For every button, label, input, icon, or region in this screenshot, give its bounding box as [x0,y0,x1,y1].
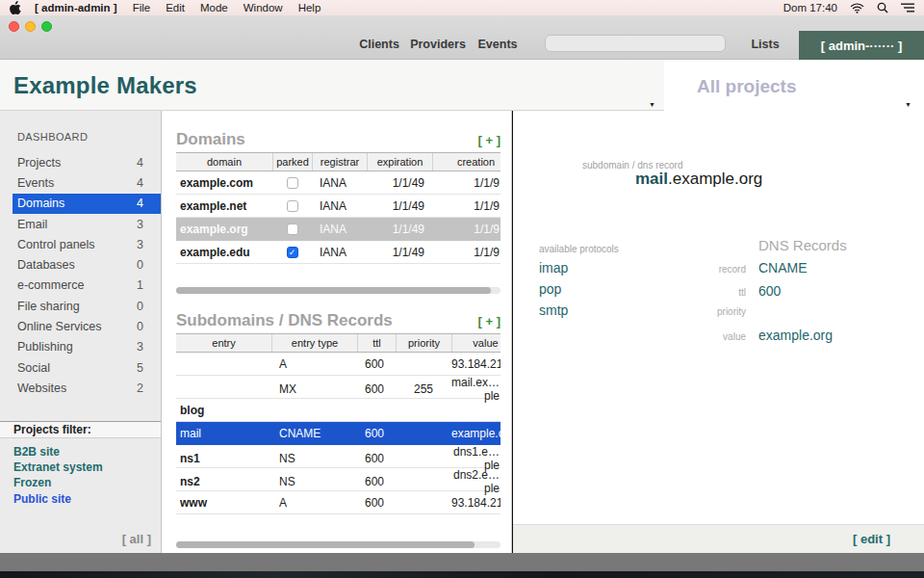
sidebar-item-count: 4 [137,176,143,190]
entry-type-cell: NS [271,475,357,488]
parked-checkbox[interactable] [287,223,298,235]
lists-button[interactable]: Lists [751,38,779,51]
project-selector-arrow[interactable]: ▼ [905,101,911,108]
col-value[interactable]: value [451,334,500,352]
domain-row[interactable]: example.com IANA 1/1/49 1/1/9 [176,171,500,195]
value-cell: mail.ex…ple [451,376,500,403]
menu-file[interactable]: File [133,2,151,13]
domain-row[interactable]: example.org IANA 1/1/49 1/1/9 [176,218,500,241]
scrollbar-thumb[interactable] [176,541,475,548]
col-creation[interactable]: creation [432,153,500,171]
app-menu[interactable]: [ admin-admin ] [35,2,117,13]
list-icon[interactable] [901,3,914,13]
sidebar-item-file-sharing[interactable]: File sharing 0 [0,296,161,316]
sidebar-item-e-commerce[interactable]: e-commerce 1 [0,276,161,296]
spotlight-search-icon[interactable] [877,2,888,13]
dns-field-value: CNAME [758,260,808,276]
add-subdomain-button[interactable]: [ + ] [478,314,500,328]
sidebar-item-projects[interactable]: Projects 4 [0,152,161,172]
col-entry-type[interactable]: entry type [271,334,357,352]
domain-row[interactable]: example.net IANA 1/1/49 1/1/9 [176,195,500,218]
project-filter-public-site[interactable]: Public site [13,491,103,507]
apple-menu-icon[interactable] [10,1,21,14]
projects-filter-header: Projects filter: [0,421,161,438]
toolbar-search-input[interactable] [545,35,726,52]
col-domain[interactable]: domain [176,153,272,171]
sidebar-item-count: 1 [137,278,143,292]
menu-window[interactable]: Window [244,2,283,13]
sidebar-item-online-services[interactable]: Online Services 0 [0,316,161,336]
parked-checkbox[interactable] [287,247,298,258]
dns-record-row[interactable]: MX 600 255 mail.ex…ple [176,376,500,399]
projects-filter-title: Projects filter: [13,423,91,436]
sidebar-item-events[interactable]: Events 4 [0,172,161,193]
project-selector[interactable]: All projects [697,76,796,97]
detail-footer: [ edit ] [513,524,924,553]
col-priority[interactable]: priority [396,334,451,352]
project-filter-b2b-site[interactable]: B2B site [13,444,103,460]
zoom-button[interactable] [41,21,52,32]
company-selector-arrow[interactable]: ▼ [649,101,655,108]
providers-button[interactable]: Providers [410,38,466,51]
admin-account-button[interactable]: [ admin-······ ] [799,31,924,60]
domains-hscrollbar[interactable] [176,287,500,294]
entry-cell: ns2 [176,475,271,488]
close-button[interactable] [9,21,19,32]
protocol-imap[interactable]: imap [539,257,568,278]
col-expiration[interactable]: expiration [367,153,432,171]
protocol-pop[interactable]: pop [539,278,568,300]
col-entry[interactable]: entry [176,334,271,352]
project-filter-extranet-system[interactable]: Extranet system [13,460,103,475]
scrollbar-thumb[interactable] [176,287,491,294]
sidebar-item-databases[interactable]: Databases 0 [0,254,161,275]
sidebar-item-label: Domains [17,197,64,210]
sidebar-item-email[interactable]: Email 3 [0,214,161,234]
menu-mode[interactable]: Mode [200,2,228,13]
sidebar-item-social[interactable]: Social 5 [0,357,161,378]
project-filter-frozen[interactable]: Frozen [13,475,103,490]
dns-record-row[interactable]: A 600 93.184.216 [176,353,500,376]
sidebar-item-count: 3 [137,340,143,354]
col-parked[interactable]: parked [272,153,312,171]
dns-fields: record CNAME ttl 600 priority value exam… [657,260,833,351]
subdomains-table-header: entry entry type ttl priority value [176,333,500,353]
domain-row[interactable]: example.edu IANA 1/1/49 1/1/9 [176,241,500,264]
parked-checkbox[interactable] [287,200,298,212]
minimize-button[interactable] [25,21,36,32]
sidebar-item-label: Websites [17,381,66,395]
creation-cell: 1/1/9 [432,176,500,190]
dns-record-row[interactable]: mail CNAME 600 example.org [176,422,500,445]
col-ttl[interactable]: ttl [357,334,396,352]
entry-type-cell: MX [271,382,357,396]
domain-cell: example.net [176,199,272,213]
menu-help[interactable]: Help [298,2,321,13]
creation-cell: 1/1/9 [432,246,500,259]
add-domain-button[interactable]: [ + ] [478,133,500,147]
dns-record-row[interactable]: ns1 NS 600 dns1.e…ple [176,445,500,468]
dns-record-row[interactable]: www A 600 93.184.216 [176,491,500,514]
sidebar-item-websites[interactable]: Websites 2 [0,378,161,398]
dns-record-row[interactable]: ns2 NS 600 dns2.e…ple [176,468,500,491]
clients-button[interactable]: Clients [359,38,399,51]
ttl-cell: 600 [357,475,396,488]
protocol-smtp[interactable]: smtp [539,300,568,321]
menu-edit[interactable]: Edit [166,2,185,13]
subdomains-hscrollbar[interactable] [176,541,500,548]
expiration-cell: 1/1/49 [367,246,432,259]
sidebar-item-publishing[interactable]: Publishing 3 [0,337,161,357]
wifi-icon[interactable] [850,3,864,13]
desktop-wallpaper [0,571,924,578]
project-selector-section: All projects ▼ [664,60,924,111]
registrar-cell: IANA [312,176,367,190]
sidebar-item-count: 0 [137,320,143,333]
events-button[interactable]: Events [478,38,518,51]
col-registrar[interactable]: registrar [312,153,367,171]
projects-filter-list: B2B site Extranet system Frozen Public s… [13,444,103,507]
all-filters-button[interactable]: [ all ] [122,532,151,546]
edit-button[interactable]: [ edit ] [853,532,890,546]
parked-checkbox[interactable] [287,177,298,189]
sidebar-item-control-panels[interactable]: Control panels 3 [0,234,161,254]
dns-field-label: ttl [657,287,746,298]
sidebar-item-domains[interactable]: Domains 4 [13,194,161,214]
menu-bar: [ admin-admin ] File Edit Mode Window He… [0,0,924,15]
